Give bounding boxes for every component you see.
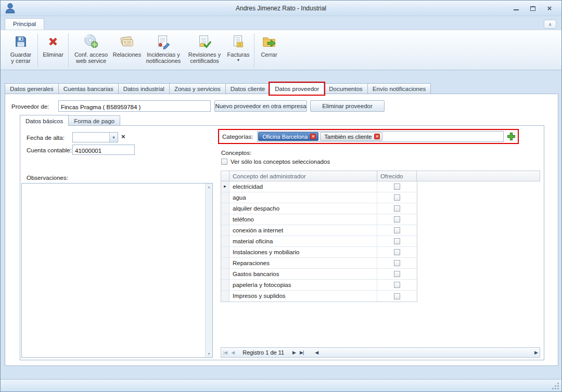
observaciones-scrollbar[interactable]: ▲ ▼ [205, 184, 212, 357]
categorias-field[interactable]: Oficina Barcelona ✕ También es cliente ✕ [257, 131, 504, 142]
tab-cuentas-bancarias[interactable]: Cuentas bancarias [58, 83, 119, 94]
ofrecido-checkbox[interactable] [394, 227, 400, 233]
ofrecido-checkbox[interactable] [394, 271, 400, 277]
table-row[interactable]: Impresos y suplidos [221, 291, 417, 302]
invoices-button[interactable]: Facturas ▾ [224, 31, 252, 69]
ofrecido-checkbox[interactable] [394, 238, 400, 244]
next-record-button[interactable]: ▶ [290, 350, 298, 355]
ofrecido-cell[interactable] [377, 181, 417, 192]
ofrecido-cell[interactable] [377, 291, 417, 302]
minimize-button[interactable] [513, 5, 520, 12]
relations-button[interactable]: Relaciones [112, 31, 142, 69]
table-row[interactable]: Instalaciones y mobiliario [221, 247, 417, 258]
concepto-cell[interactable]: Reparaciones [229, 258, 377, 268]
ofrecido-checkbox[interactable] [394, 293, 400, 299]
table-row[interactable]: ▸ electricidad [221, 181, 417, 192]
concepto-cell[interactable]: alquiler despacho [229, 203, 377, 214]
add-categoria-button[interactable] [506, 132, 516, 141]
table-row[interactable]: conexión a internet [221, 225, 417, 236]
tab-envio-notificaciones[interactable]: Envío notificaciones [367, 83, 431, 94]
table-row[interactable]: Gastos bancarios [221, 269, 417, 280]
ofrecido-checkbox[interactable] [394, 184, 400, 190]
concepto-cell[interactable]: agua [229, 192, 377, 203]
subtab-datos-basicos[interactable]: Datos básicos [20, 115, 69, 126]
fecha-alta-clear-button[interactable]: × [121, 133, 125, 140]
ofrecido-checkbox[interactable] [394, 249, 400, 255]
ofrecido-cell[interactable] [377, 192, 417, 203]
relations-cards-icon [119, 33, 135, 50]
tab-datos-cliente[interactable]: Datos cliente [225, 83, 270, 94]
tab-datos-generales[interactable]: Datos generales [5, 83, 59, 94]
table-row[interactable]: agua [221, 192, 417, 203]
ofrecido-checkbox[interactable] [394, 194, 400, 201]
observaciones-box: ▲ ▼ [21, 183, 213, 358]
grid-header-ofrecido[interactable]: Ofrecido [377, 171, 417, 181]
title-bar[interactable]: Andres Jimenez Rato - Industrial × [1, 1, 561, 16]
concepto-cell[interactable]: conexión a internet [229, 225, 377, 236]
ofrecido-checkbox[interactable] [394, 205, 400, 212]
tab-datos-industrial[interactable]: Datos industrial [118, 83, 170, 94]
tab-datos-proveedor[interactable]: Datos proveedor [270, 83, 324, 95]
ofrecido-cell[interactable] [377, 280, 417, 290]
ofrecido-checkbox[interactable] [394, 260, 400, 266]
ofrecido-cell[interactable] [377, 258, 417, 268]
resize-grip[interactable] [557, 388, 559, 389]
ofrecido-checkbox[interactable] [394, 216, 400, 223]
incidents-button[interactable]: Incidencias y notificaciones [142, 31, 185, 69]
nuevo-proveedor-button[interactable]: Nuevo proveedor en otra empresa [214, 100, 307, 112]
web-service-button[interactable]: Conf. acceso web service [70, 31, 112, 69]
ofrecido-cell[interactable] [377, 247, 417, 257]
tab-zonas-servicios[interactable]: Zonas y servicios [169, 83, 226, 94]
save-close-button[interactable]: Guardar y cerrar [6, 31, 36, 69]
concepto-cell[interactable]: Gastos bancarios [229, 269, 377, 279]
combo-dropdown-button[interactable]: ▾ [109, 133, 118, 142]
grid-header-concepto[interactable]: Concepto del administrador [229, 171, 377, 181]
ofrecido-cell[interactable] [377, 225, 417, 236]
ofrecido-cell[interactable] [377, 214, 417, 225]
categoria-tag[interactable]: Oficina Barcelona ✕ [258, 132, 318, 141]
filter-checkbox[interactable] [221, 159, 227, 165]
scroll-right-button[interactable]: ▶ [532, 350, 540, 355]
proveedor-input[interactable] [58, 100, 211, 112]
ofrecido-cell[interactable] [377, 203, 417, 214]
observaciones-textarea[interactable] [22, 184, 205, 357]
categoria-tag[interactable]: También es cliente ✕ [320, 132, 382, 141]
eliminar-proveedor-button[interactable]: Eliminar proveedor [310, 100, 385, 112]
subtab-forma-pago[interactable]: Forma de pago [68, 115, 120, 126]
last-record-button[interactable]: ▶| [298, 350, 305, 355]
filter-checkbox-row[interactable]: Ver sólo los conceptos seleccionados [221, 159, 330, 165]
remove-tag-icon[interactable]: ✕ [310, 134, 316, 139]
ribbon-tab-principal[interactable]: Principal [5, 18, 44, 30]
proveedor-de-label: Proveedor de: [11, 102, 49, 111]
delete-label: Eliminar [43, 51, 63, 58]
ofrecido-cell[interactable] [377, 269, 417, 279]
scroll-left-button[interactable]: ◀ [313, 350, 320, 355]
delete-button[interactable]: Eliminar [40, 31, 67, 69]
ofrecido-checkbox[interactable] [394, 282, 400, 288]
table-row[interactable]: Reparaciones [221, 258, 417, 269]
close-form-button[interactable]: Cerrar [256, 31, 282, 69]
table-row[interactable]: teléfono [221, 214, 417, 225]
fecha-alta-combo[interactable]: ▾ [72, 132, 118, 142]
revisions-button[interactable]: Revisiones y certificados [185, 31, 224, 69]
close-icon: × [547, 5, 552, 12]
table-row[interactable]: material oficina [221, 236, 417, 247]
concepto-cell[interactable]: teléfono [229, 214, 377, 225]
concepto-cell[interactable]: electricidad [229, 181, 377, 192]
ribbon-collapse-button[interactable]: ∧ [544, 20, 556, 29]
plus-icon [507, 132, 516, 141]
close-button[interactable]: × [546, 5, 553, 12]
concepto-cell[interactable]: papelería y fotocopias [229, 280, 377, 290]
ofrecido-cell[interactable] [377, 236, 417, 246]
tab-documentos[interactable]: Documentos [324, 83, 368, 94]
concepto-cell[interactable]: Impresos y suplidos [229, 291, 377, 302]
restore-button[interactable] [529, 5, 537, 12]
prev-record-button[interactable]: ◀ [229, 350, 236, 355]
concepto-cell[interactable]: Instalaciones y mobiliario [229, 247, 377, 257]
remove-tag-icon[interactable]: ✕ [374, 134, 380, 139]
cuenta-contable-input[interactable] [72, 145, 135, 155]
concepto-cell[interactable]: material oficina [229, 236, 377, 246]
table-row[interactable]: papelería y fotocopias [221, 280, 417, 291]
table-row[interactable]: alquiler despacho [221, 203, 417, 214]
first-record-button[interactable]: |◀ [221, 350, 229, 355]
